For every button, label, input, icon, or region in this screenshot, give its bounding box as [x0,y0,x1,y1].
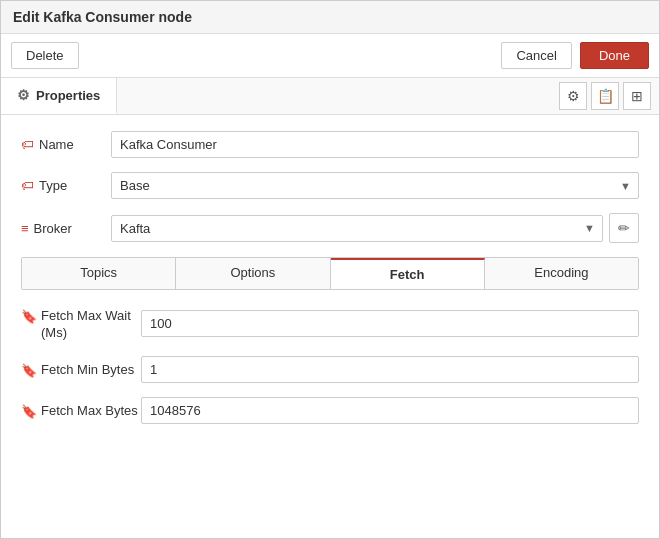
delete-button[interactable]: Delete [11,42,79,69]
tab-spacer [117,78,551,114]
document-icon-button[interactable]: 📋 [591,82,619,110]
type-tag-icon: 🏷 [21,178,34,193]
tab-encoding[interactable]: Encoding [485,258,638,289]
type-label: 🏷 Type [21,178,111,193]
done-button[interactable]: Done [580,42,649,69]
broker-row: Kafta ▼ ✏ [111,213,639,243]
name-field-row: 🏷 Name [21,131,639,158]
fetch-max-bytes-label: 🔖 Fetch Max Bytes [21,401,141,420]
fetch-max-bytes-row: 🔖 Fetch Max Bytes [21,397,639,424]
broker-edit-button[interactable]: ✏ [609,213,639,243]
fetch-max-bytes-input[interactable] [141,397,639,424]
cancel-button[interactable]: Cancel [501,42,571,69]
fetch-max-wait-input[interactable] [141,310,639,337]
table-icon: ⊞ [631,88,643,104]
fetch-min-bytes-label: 🔖 Fetch Min Bytes [21,360,141,379]
toolbar-right: Cancel Done [501,42,649,69]
modal-toolbar: Delete Cancel Done [1,34,659,78]
name-label: 🏷 Name [21,137,111,152]
tab-properties[interactable]: ⚙ Properties [1,78,117,114]
table-icon-button[interactable]: ⊞ [623,82,651,110]
broker-select-wrapper: Kafta ▼ [111,215,603,242]
fetch-max-wait-bookmark-icon: 🔖 [21,309,37,324]
fetch-min-bytes-row: 🔖 Fetch Min Bytes [21,356,639,383]
settings-icon-button[interactable]: ⚙ [559,82,587,110]
tab-options[interactable]: Options [176,258,330,289]
tab-topics[interactable]: Topics [22,258,176,289]
fetch-min-bytes-bookmark-icon: 🔖 [21,363,37,378]
edit-kafka-consumer-modal: Edit Kafka Consumer node Delete Cancel D… [0,0,660,539]
properties-tab-label: Properties [36,88,100,103]
broker-list-icon: ≡ [21,221,29,236]
broker-field-row: ≡ Broker Kafta ▼ ✏ [21,213,639,243]
tab-fetch[interactable]: Fetch [331,258,485,289]
sub-tabs: Topics Options Fetch Encoding [21,257,639,290]
name-tag-icon: 🏷 [21,137,34,152]
pencil-icon: ✏ [618,220,630,236]
fetch-max-wait-row: 🔖 Fetch Max Wait (Ms) [21,306,639,342]
modal-header: Edit Kafka Consumer node [1,1,659,34]
type-select[interactable]: Base Advanced [111,172,639,199]
modal-body: 🏷 Name 🏷 Type Base Advanced ▼ ≡ [1,115,659,538]
properties-gear-icon: ⚙ [17,87,30,103]
fetch-max-wait-label: 🔖 Fetch Max Wait (Ms) [21,306,141,342]
type-field-row: 🏷 Type Base Advanced ▼ [21,172,639,199]
modal-tabs-header: ⚙ Properties ⚙ 📋 ⊞ [1,78,659,115]
broker-select[interactable]: Kafta [111,215,603,242]
fetch-section: 🔖 Fetch Max Wait (Ms) 🔖 Fetch Min Bytes … [21,306,639,424]
broker-label: ≡ Broker [21,221,111,236]
modal-title: Edit Kafka Consumer node [13,9,192,25]
fetch-min-bytes-input[interactable] [141,356,639,383]
document-icon: 📋 [597,88,614,104]
header-icons: ⚙ 📋 ⊞ [551,78,659,114]
fetch-max-bytes-bookmark-icon: 🔖 [21,404,37,419]
name-input[interactable] [111,131,639,158]
type-select-wrapper: Base Advanced ▼ [111,172,639,199]
gear-icon: ⚙ [567,88,580,104]
